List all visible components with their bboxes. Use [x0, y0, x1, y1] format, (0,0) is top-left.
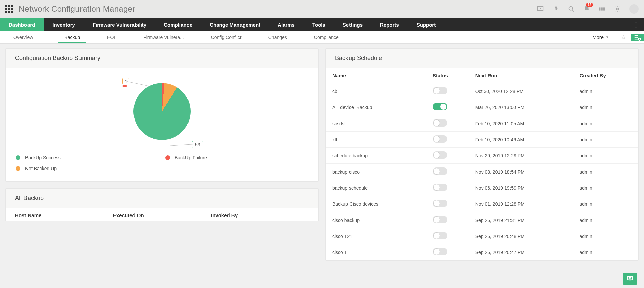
cell-status	[429, 132, 471, 148]
table-row[interactable]: cisco backupSep 25, 2019 21:31 PMadmin	[326, 212, 638, 228]
cell-name: scsdsf	[326, 115, 429, 132]
tab-overview[interactable]: Overview⌄	[0, 31, 51, 43]
cell-status	[429, 164, 471, 180]
cell-name: All_device_Backup	[326, 99, 429, 115]
legend-dot	[16, 155, 20, 160]
col-invoked: Invoked By	[211, 212, 309, 218]
add-widget-button[interactable]	[631, 34, 644, 41]
table-row[interactable]: scsdsfFeb 10, 2020 11:05 AMadmin	[326, 115, 638, 132]
status-toggle[interactable]	[433, 135, 447, 143]
col-status[interactable]: Status	[429, 68, 471, 83]
svg-rect-6	[601, 7, 603, 10]
tab-firmware-vulnera-[interactable]: Firmware Vulnera...	[130, 31, 198, 43]
search-icon[interactable]	[568, 5, 575, 13]
sub-nav: Overview⌄BackupEOLFirmware Vulnera...Con…	[0, 31, 644, 44]
nav-settings[interactable]: Settings	[334, 18, 371, 31]
table-row[interactable]: backup scheduleNov 06, 2019 19:59 PMadmi…	[326, 180, 638, 196]
status-toggle[interactable]	[433, 103, 447, 110]
legend-item[interactable]: BackUp Success	[16, 155, 159, 160]
nav-inventory[interactable]: Inventory	[44, 18, 84, 31]
status-toggle[interactable]	[433, 232, 447, 239]
cell-status	[429, 83, 471, 99]
avatar[interactable]	[629, 4, 639, 14]
status-toggle[interactable]	[433, 119, 447, 127]
tab-config-conflict[interactable]: Config Conflict	[198, 31, 255, 43]
cell-next-run: Feb 10, 2020 10:46 AM	[471, 132, 576, 148]
legend-item[interactable]: Not Backed Up	[16, 166, 159, 171]
cell-created-by: admin	[576, 164, 638, 180]
svg-line-4	[572, 10, 574, 12]
header-icon-tray: 12	[537, 4, 639, 14]
cell-next-run: Nov 08, 2019 18:54 PM	[471, 164, 576, 180]
legend-item[interactable]: BackUp Failure	[165, 155, 308, 160]
cell-created-by: admin	[576, 196, 638, 212]
cell-name: Backup Cisco devices	[326, 196, 429, 212]
status-toggle[interactable]	[433, 200, 447, 207]
table-row[interactable]: backup ciscoNov 08, 2019 18:54 PMadmin	[326, 164, 638, 180]
panel-title: All Backup	[6, 189, 318, 208]
cell-status	[429, 115, 471, 132]
pie-chart: 4 53	[121, 78, 203, 148]
nav-change-management[interactable]: Change Management	[201, 18, 269, 31]
nav-reports[interactable]: Reports	[371, 18, 408, 31]
star-icon[interactable]: ☆	[616, 34, 631, 41]
legend-label: BackUp Success	[25, 155, 61, 160]
table-row[interactable]: schedule backupNov 29, 2019 12:29 PMadmi…	[326, 148, 638, 164]
nav-support[interactable]: Support	[408, 18, 445, 31]
schedule-table: NameStatusNext RunCreated By cbOct 30, 2…	[326, 68, 638, 260]
nav-more-icon[interactable]: ⋮	[628, 18, 644, 31]
col-created-by[interactable]: Created By	[576, 68, 638, 83]
cell-next-run: Oct 30, 2020 12:28 PM	[471, 83, 576, 99]
table-row[interactable]: xfhFeb 10, 2020 10:46 AMadmin	[326, 132, 638, 148]
cell-name: cisco 121	[326, 228, 429, 244]
table-row[interactable]: cisco 121Sep 25, 2019 20:48 PMadmin	[326, 228, 638, 244]
status-toggle[interactable]	[433, 151, 447, 159]
rocket-icon[interactable]	[552, 5, 559, 13]
cell-created-by: admin	[576, 99, 638, 115]
cell-status	[429, 244, 471, 260]
col-name[interactable]: Name	[326, 68, 429, 83]
nav-firmware-vulnerability[interactable]: Firmware Vulnerability	[84, 18, 155, 31]
subnav-more[interactable]: More ▼	[586, 34, 616, 40]
cell-created-by: admin	[576, 212, 638, 228]
cell-created-by: admin	[576, 244, 638, 260]
device-icon[interactable]	[598, 5, 606, 13]
status-toggle[interactable]	[433, 248, 447, 255]
status-toggle[interactable]	[433, 216, 447, 223]
cell-next-run: Nov 29, 2019 12:29 PM	[471, 148, 576, 164]
tab-eol[interactable]: EOL	[94, 31, 130, 43]
cell-name: backup cisco	[326, 164, 429, 180]
col-next-run[interactable]: Next Run	[471, 68, 576, 83]
col-hostname: Host Name	[15, 212, 113, 218]
cell-name: cisco 1	[326, 244, 429, 260]
nav-alarms[interactable]: Alarms	[269, 18, 304, 31]
nav-dashboard[interactable]: Dashboard	[0, 18, 44, 31]
top-header: Network Configuration Manager 12	[0, 0, 644, 18]
cell-name: cisco backup	[326, 212, 429, 228]
status-toggle[interactable]	[433, 184, 447, 191]
svg-point-2	[555, 8, 556, 9]
bell-icon[interactable]: 12	[583, 5, 590, 13]
apps-icon[interactable]	[5, 5, 13, 13]
cell-status	[429, 212, 471, 228]
status-toggle[interactable]	[433, 87, 447, 94]
cell-next-run: Mar 26, 2020 13:00 PM	[471, 99, 576, 115]
cell-status	[429, 196, 471, 212]
status-toggle[interactable]	[433, 167, 447, 175]
tab-compliance[interactable]: Compliance	[301, 31, 352, 43]
tab-backup[interactable]: Backup	[51, 31, 94, 43]
cell-next-run: Sep 25, 2019 20:47 PM	[471, 244, 576, 260]
chart-legend: BackUp SuccessBackUp FailureNot Backed U…	[12, 148, 312, 175]
svg-point-3	[569, 7, 573, 10]
cell-next-run: Sep 25, 2019 21:31 PM	[471, 212, 576, 228]
nav-compliance[interactable]: Compliance	[155, 18, 201, 31]
main-nav: DashboardInventoryFirmware Vulnerability…	[0, 18, 644, 31]
table-row[interactable]: Backup Cisco devicesNov 01, 2019 12:28 P…	[326, 196, 638, 212]
table-row[interactable]: cisco 1Sep 25, 2019 20:47 PMadmin	[326, 244, 638, 260]
table-row[interactable]: All_device_BackupMar 26, 2020 13:00 PMad…	[326, 99, 638, 115]
table-row[interactable]: cbOct 30, 2020 12:28 PMadmin	[326, 83, 638, 99]
nav-tools[interactable]: Tools	[304, 18, 334, 31]
tab-changes[interactable]: Changes	[255, 31, 301, 43]
presentation-icon[interactable]	[537, 5, 544, 13]
gear-icon[interactable]	[614, 5, 621, 13]
